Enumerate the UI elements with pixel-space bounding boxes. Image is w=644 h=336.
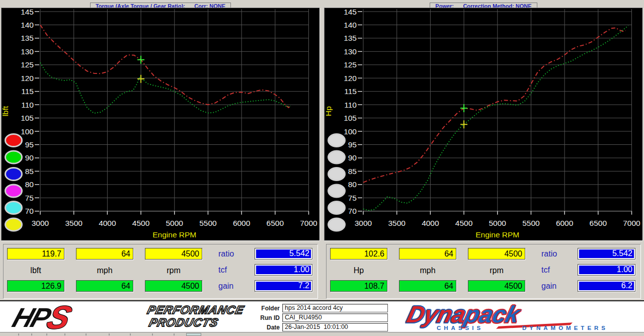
power-x-axis-title: Engine RPM — [475, 230, 519, 239]
svg-text:4000: 4000 — [99, 219, 116, 227]
torque-unit-label: lbft — [7, 266, 64, 275]
power-titlebar: Power: Correction Method: NONE — [324, 1, 643, 8]
run-button-blue[interactable] — [6, 168, 22, 181]
toolbar-mark — [130, 333, 131, 335]
svg-text:70: 70 — [348, 207, 357, 215]
tcf-value: 1.00 — [578, 264, 635, 276]
rpm-cursor-yellow-value: 4500 — [145, 248, 202, 260]
run-button-gray-2[interactable] — [329, 151, 345, 163]
date-field[interactable]: 26-Jan-2015 10:01:00 — [282, 323, 388, 331]
run-button-red[interactable] — [6, 134, 22, 147]
hps-products-text: PRODUCTS — [147, 316, 242, 329]
svg-text:140: 140 — [344, 21, 357, 29]
power-cursor-cross-1 — [460, 120, 467, 128]
torque-chart-area[interactable]: 7075808590951001051101151201251301351401… — [1, 8, 320, 241]
dynapack-pack-text: pack — [462, 301, 522, 327]
run-id-field[interactable]: CAI_RU4950 — [282, 313, 388, 322]
tcf-label: tcf — [218, 266, 227, 275]
run-button-gray-4[interactable] — [329, 185, 345, 197]
ratio-label: ratio — [541, 249, 557, 259]
power-readout-panel: 102.6 64 4500 Hp mph rpm 108.7 64 4500 r… — [324, 242, 643, 300]
gain-value: 7.2 — [255, 280, 312, 292]
svg-text:125: 125 — [21, 60, 34, 69]
bottom-toolbar-strip — [0, 332, 644, 336]
power-unit-label: Hp — [330, 266, 387, 275]
rpm-cursor-yellow-value: 4500 — [468, 248, 525, 260]
svg-text:125: 125 — [344, 60, 357, 69]
svg-text:140: 140 — [21, 21, 34, 29]
rpm-cursor-green-value: 4500 — [145, 280, 202, 292]
hps-logo-text: HPS — [9, 302, 73, 331]
svg-text:75: 75 — [348, 194, 357, 202]
toolbar-mark — [46, 333, 47, 335]
svg-text:7000: 7000 — [623, 219, 640, 227]
tcf-label: tcf — [541, 266, 550, 275]
dynapack-dyna-text: Dyna — [404, 301, 468, 327]
svg-text:75: 75 — [25, 194, 34, 202]
toolbar-mark — [18, 333, 19, 335]
svg-text:115: 115 — [344, 87, 357, 96]
ratio-label: ratio — [218, 249, 234, 259]
toolbar-mark — [31, 333, 32, 335]
toolbar-mark — [174, 333, 175, 335]
svg-text:115: 115 — [21, 87, 34, 96]
svg-text:6500: 6500 — [267, 219, 284, 227]
power-chart-panel: Power: Correction Method: NONE 707580859… — [324, 1, 643, 241]
run-button-cyan[interactable] — [6, 202, 22, 214]
run-button-gray-1[interactable] — [329, 134, 345, 147]
power-chart-canvas[interactable]: 7075808590951001051101151201251301351401… — [325, 8, 642, 240]
svg-text:70: 70 — [25, 207, 34, 215]
svg-text:4500: 4500 — [132, 219, 150, 227]
run-button-yellow[interactable] — [6, 218, 22, 231]
svg-text:120: 120 — [21, 74, 34, 82]
torque-cursor-cross-0 — [137, 56, 144, 64]
folder-label: Folder — [252, 305, 280, 312]
folder-field[interactable]: hps 2014 accord 4cy — [282, 304, 388, 312]
run-button-gray-3[interactable] — [329, 168, 345, 181]
svg-text:3000: 3000 — [32, 219, 49, 227]
ratio-value: 5.542 — [578, 248, 635, 260]
torque-chart-canvas[interactable]: 7075808590951001051101151201251301351401… — [2, 8, 319, 240]
run-id-row: Run ID CAI_RU4950 — [252, 313, 388, 322]
rpm-unit-label: rpm — [145, 266, 202, 275]
cai-run-torque-curve — [40, 25, 291, 108]
power-chart-area[interactable]: 7075808590951001051101151201251301351401… — [324, 8, 643, 241]
torque-cursor-cross-1 — [137, 75, 144, 83]
gain-label: gain — [541, 282, 556, 291]
svg-text:90: 90 — [348, 153, 357, 162]
svg-text:7000: 7000 — [300, 219, 317, 227]
stock-run-torque-curve — [40, 63, 291, 114]
toolbar-mark — [64, 333, 65, 335]
dynapack-logo-text: Dynapack — [404, 300, 523, 328]
svg-text:5000: 5000 — [489, 219, 507, 227]
svg-text:4500: 4500 — [455, 219, 473, 227]
svg-text:85: 85 — [348, 167, 357, 176]
run-button-gray-6[interactable] — [329, 218, 345, 231]
speed-unit-label: mph — [76, 266, 133, 275]
svg-text:130: 130 — [344, 47, 357, 56]
torque-titlebar: Torque (Axle Torque / Gear Ratio): Corr:… — [1, 1, 320, 8]
date-label: Date — [252, 324, 280, 331]
run-button-gray-5[interactable] — [329, 202, 345, 214]
run-button-magenta[interactable] — [6, 185, 22, 197]
power-cursor-cross-0 — [460, 104, 467, 112]
tcf-value: 1.00 — [255, 264, 312, 276]
svg-text:145: 145 — [21, 8, 34, 16]
svg-text:3500: 3500 — [388, 219, 406, 227]
torque-y-axis-title: lbft — [2, 106, 10, 116]
torque-cursor-yellow-value: 119.7 — [7, 248, 64, 260]
svg-text:80: 80 — [348, 180, 357, 189]
speed-cursor-green-value: 64 — [76, 280, 133, 292]
svg-text:110: 110 — [21, 101, 34, 109]
svg-text:80: 80 — [25, 180, 34, 189]
speed-cursor-green-value: 64 — [399, 280, 456, 292]
run-button-green[interactable] — [6, 151, 22, 163]
speed-cursor-yellow-value: 64 — [399, 248, 456, 260]
toolbar-mark — [152, 333, 153, 335]
footer-bar: HPS PERFORMANCEPRODUCTS Folder hps 2014 … — [0, 300, 644, 333]
gain-label: gain — [218, 282, 233, 291]
dyno-software-window: { "chart_data": [ { "type": "line", "id"… — [0, 0, 644, 336]
speed-cursor-yellow-value: 64 — [76, 248, 133, 260]
svg-text:5500: 5500 — [199, 219, 217, 227]
rpm-unit-label: rpm — [468, 266, 525, 275]
